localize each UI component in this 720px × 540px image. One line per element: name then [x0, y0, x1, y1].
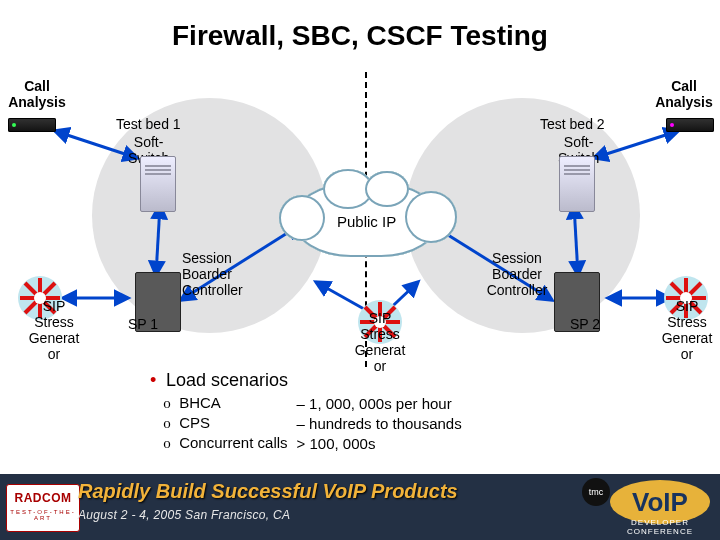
call-analysis-right-icon [666, 118, 714, 132]
sip-stress-left-label: SIPStressGenerator [24, 298, 84, 362]
metric: CPS [179, 414, 210, 431]
slide: Firewall, SBC, CSCF Testing CallAnalysis… [0, 0, 720, 540]
voip-conference-logo: tmc VoIP DEVELOPER CONFERENCE [582, 478, 712, 536]
public-ip-label: Public IP [337, 213, 396, 230]
value: – hundreds to thousands [296, 413, 463, 433]
footer-subline: August 2 - 4, 2005 San Francisco, CA [78, 508, 290, 522]
table-row: o CPS – hundreds to thousands [158, 413, 463, 433]
radcom-tagline: TEST-OF-THE-ART [7, 509, 79, 521]
footer-headline: Rapidly Build Successful VoIP Products [78, 480, 458, 503]
load-scenarios-heading: Load scenarios [166, 370, 288, 390]
sbc-right-label: SessionBoarderController [482, 250, 552, 298]
sp1-label: SP 1 [128, 316, 158, 332]
load-scenarios-table: o BHCA – 1, 000, 000s per hour o CPS – h… [158, 393, 463, 453]
slide-title: Firewall, SBC, CSCF Testing [0, 20, 720, 52]
sip-stress-mid-label: SIPStressGenerator [350, 310, 410, 374]
load-scenarios-block: Load scenarios o BHCA – 1, 000, 000s per… [130, 368, 463, 453]
softswitch-2-icon [559, 156, 595, 212]
testbed-1-label: Test bed 1 [116, 116, 181, 132]
testbed-2-label: Test bed 2 [540, 116, 605, 132]
radcom-logo: RADCOM TEST-OF-THE-ART [6, 484, 80, 532]
tmc-badge: tmc [582, 478, 610, 506]
voip-conf-label: DEVELOPER CONFERENCE [610, 518, 710, 536]
sbc-left-label: SessionBoarderController [182, 250, 243, 298]
value: > 100, 000s [296, 433, 463, 453]
sp2-label: SP 2 [570, 316, 600, 332]
radcom-brand-text: RADCOM [7, 491, 79, 505]
call-analysis-left-icon [8, 118, 56, 132]
table-row: o BHCA – 1, 000, 000s per hour [158, 393, 463, 413]
call-analysis-right-label: CallAnalysis [648, 78, 720, 110]
table-row: o Concurrent calls > 100, 000s [158, 433, 463, 453]
metric: Concurrent calls [179, 434, 287, 451]
sip-stress-right-label: SIPStressGenerator [656, 298, 718, 362]
call-analysis-left-label: CallAnalysis [2, 78, 72, 110]
metric: BHCA [179, 394, 221, 411]
softswitch-1-icon [140, 156, 176, 212]
value: – 1, 000, 000s per hour [296, 393, 463, 413]
footer-bar: RADCOM TEST-OF-THE-ART Rapidly Build Suc… [0, 474, 720, 540]
